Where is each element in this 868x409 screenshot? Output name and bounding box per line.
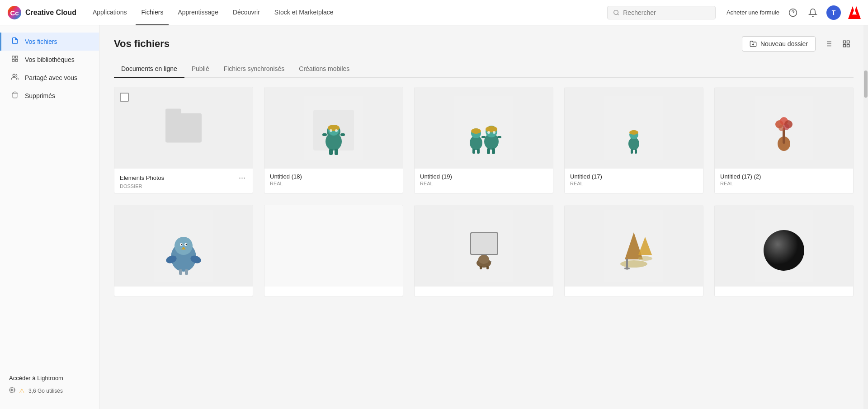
file-thumbnail	[715, 87, 853, 169]
svg-rect-59	[635, 149, 637, 154]
file-info: Untitled (19) REAL	[415, 169, 553, 191]
file-card-elements-photos[interactable]: Elements Photos ··· DOSSIER	[114, 87, 253, 194]
file-card-r2[interactable]	[264, 205, 403, 297]
file-info	[565, 287, 703, 296]
sidebar-item-supprimes[interactable]: Supprimés	[0, 87, 99, 105]
svg-rect-12	[12, 59, 14, 61]
file-info: Untitled (18) REAL	[264, 169, 403, 191]
file-card-untitled-18[interactable]: Untitled (18) REAL	[264, 87, 403, 194]
tab-fichiers-synchronises[interactable]: Fichiers synchronisés	[217, 61, 292, 78]
svg-point-94	[620, 260, 647, 268]
svg-rect-58	[631, 149, 633, 154]
3d-model-thumb	[304, 96, 363, 160]
file-thumbnail	[565, 205, 703, 287]
help-icon[interactable]	[787, 6, 799, 19]
view-toggle	[821, 37, 854, 51]
nav-links: Applications Fichiers Apprentissage Déco…	[87, 0, 607, 25]
notifications-icon[interactable]	[807, 6, 819, 19]
svg-rect-43	[472, 149, 475, 154]
svg-point-77	[181, 244, 183, 245]
svg-rect-74	[185, 269, 188, 275]
file-type: REAL	[270, 181, 397, 186]
svg-point-34	[335, 129, 338, 132]
svg-rect-9	[12, 56, 14, 58]
search-bar	[607, 6, 716, 19]
trash-icon	[10, 91, 19, 100]
nav-apprentissage[interactable]: Apprentissage	[172, 0, 224, 25]
svg-point-14	[11, 389, 13, 391]
scrollbar-thumb[interactable]	[864, 71, 868, 98]
sidebar-item-vos-fichiers[interactable]: Vos fichiers	[0, 33, 99, 51]
search-input[interactable]	[623, 9, 710, 16]
folder-plus-icon	[750, 40, 757, 47]
sidebar-item-label: Partagé avec vous	[25, 74, 77, 81]
svg-point-2	[614, 10, 618, 14]
nav-right-actions: Acheter une formule T	[726, 5, 861, 20]
nav-applications[interactable]: Applications	[87, 0, 132, 25]
more-options-button[interactable]: ···	[237, 173, 247, 183]
page-header: Vos fichiers Nouveau dossier	[114, 36, 854, 52]
file-info	[715, 287, 853, 296]
buy-formula-button[interactable]: Acheter une formule	[726, 9, 779, 16]
file-card-untitled-19[interactable]: Untitled (19) REAL	[414, 87, 553, 194]
file-icon	[10, 37, 19, 46]
3d-model-thumb	[454, 210, 513, 282]
3d-model-thumb	[454, 96, 513, 160]
lightroom-link[interactable]: Accéder à Lightroom	[9, 375, 90, 381]
tab-creations-mobiles[interactable]: Créations mobiles	[292, 61, 357, 78]
creative-cloud-icon: Cc	[7, 5, 22, 20]
adobe-icon[interactable]	[848, 6, 861, 19]
search-icon	[613, 9, 619, 16]
grid-view-button[interactable]	[839, 37, 854, 51]
svg-point-48	[487, 131, 490, 134]
tab-documents-en-ligne[interactable]: Documents en ligne	[114, 61, 184, 78]
svg-point-33	[330, 129, 332, 132]
svg-rect-38	[340, 133, 345, 136]
svg-rect-35	[329, 149, 333, 155]
file-name: Untitled (17)	[570, 173, 602, 180]
file-card-r5[interactable]	[714, 205, 854, 297]
svg-point-13	[13, 74, 15, 76]
file-thumbnail	[264, 205, 403, 287]
svg-point-95	[638, 256, 652, 261]
user-avatar[interactable]: T	[826, 5, 841, 20]
file-card-r1[interactable]	[114, 205, 253, 297]
svg-point-42	[471, 128, 481, 134]
list-view-button[interactable]	[821, 37, 835, 51]
file-card-untitled-17[interactable]: Untitled (17) REAL	[564, 87, 703, 194]
file-thumbnail	[415, 205, 553, 287]
nav-fichiers[interactable]: Fichiers	[136, 0, 169, 25]
nav-decouvrir[interactable]: Découvrir	[227, 0, 265, 25]
file-card-untitled-17-2[interactable]: Untitled (17) (2) REAL	[714, 87, 854, 194]
file-name-row: Untitled (18)	[270, 173, 397, 180]
file-type: REAL	[570, 181, 698, 186]
file-card-r3[interactable]	[414, 205, 553, 297]
tab-publie[interactable]: Publié	[184, 61, 217, 78]
svg-point-55	[628, 137, 639, 150]
file-type: REAL	[420, 181, 547, 186]
3d-model-thumb	[755, 96, 813, 160]
people-icon	[10, 73, 19, 82]
svg-rect-52	[481, 136, 486, 138]
file-thumbnail	[415, 87, 553, 169]
sidebar-item-partage[interactable]: Partagé avec vous	[0, 69, 99, 87]
file-card-r4[interactable]	[564, 205, 703, 297]
svg-point-47	[486, 126, 497, 132]
svg-rect-36	[335, 149, 338, 155]
svg-point-99	[764, 230, 804, 271]
file-name-row: Untitled (17)	[570, 173, 698, 180]
sidebar-item-vos-bibliotheques[interactable]: Vos bibliothèques	[0, 51, 99, 69]
settings-icon[interactable]	[9, 387, 15, 395]
file-checkbox[interactable]	[120, 93, 129, 102]
file-thumbnail	[114, 205, 253, 287]
storage-label: 3,6 Go utilisés	[28, 388, 63, 394]
svg-point-57	[629, 130, 638, 135]
nav-stock[interactable]: Stock et Marketplace	[269, 0, 339, 25]
file-info: Elements Photos ··· DOSSIER	[114, 169, 253, 193]
file-name-row: Untitled (19)	[420, 173, 547, 180]
new-folder-button[interactable]: Nouveau dossier	[742, 36, 816, 52]
app-logo[interactable]: Cc Creative Cloud	[7, 5, 76, 20]
header-actions: Nouveau dossier	[742, 36, 854, 52]
grid-view-icon	[842, 40, 850, 48]
3d-model-thumb	[755, 210, 813, 282]
